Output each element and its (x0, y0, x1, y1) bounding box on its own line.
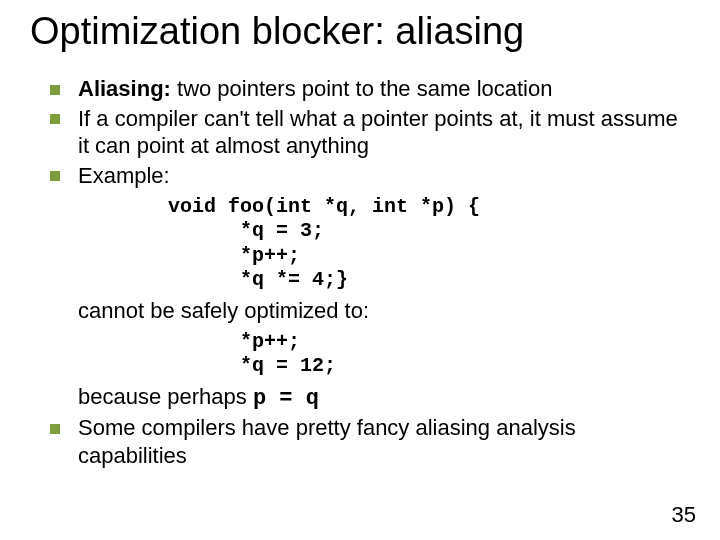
code-block-optimized: *p++; *q = 12; (50, 330, 690, 379)
code-line: *p++; (168, 330, 300, 353)
code-line: *q = 3; (168, 219, 324, 242)
text-cannot-optimize: cannot be safely optimized to: (50, 297, 690, 325)
code-optimized: *p++; *q = 12; (78, 330, 690, 379)
text-because-perhaps: because perhaps p = q (50, 383, 690, 413)
bullet-compiler-assume: If a compiler can't tell what a pointer … (50, 105, 690, 160)
bullet-example-label: Example: (50, 162, 690, 190)
code-line: *q = 12; (168, 354, 336, 377)
because-pre: because perhaps (78, 384, 253, 409)
slide-title: Optimization blocker: aliasing (30, 10, 690, 53)
code-line: void foo(int *q, int *p) { (168, 195, 480, 218)
code-line: *p++; (168, 244, 300, 267)
code-foo: void foo(int *q, int *p) { *q = 3; *p++;… (78, 195, 690, 293)
slide: Optimization blocker: aliasing Aliasing:… (0, 0, 720, 540)
inline-code-p-eq-q: p = q (253, 386, 319, 411)
code-line: *q *= 4;} (168, 268, 348, 291)
aliasing-rest: two pointers point to the same location (171, 76, 553, 101)
page-number: 35 (672, 502, 696, 528)
code-block-foo: void foo(int *q, int *p) { *q = 3; *p++;… (50, 195, 690, 293)
aliasing-term: Aliasing: (78, 76, 171, 101)
bullet-fancy-analysis: Some compilers have pretty fancy aliasin… (50, 414, 690, 469)
bullet-aliasing-def: Aliasing: two pointers point to the same… (50, 75, 690, 103)
slide-body: Aliasing: two pointers point to the same… (30, 75, 690, 469)
